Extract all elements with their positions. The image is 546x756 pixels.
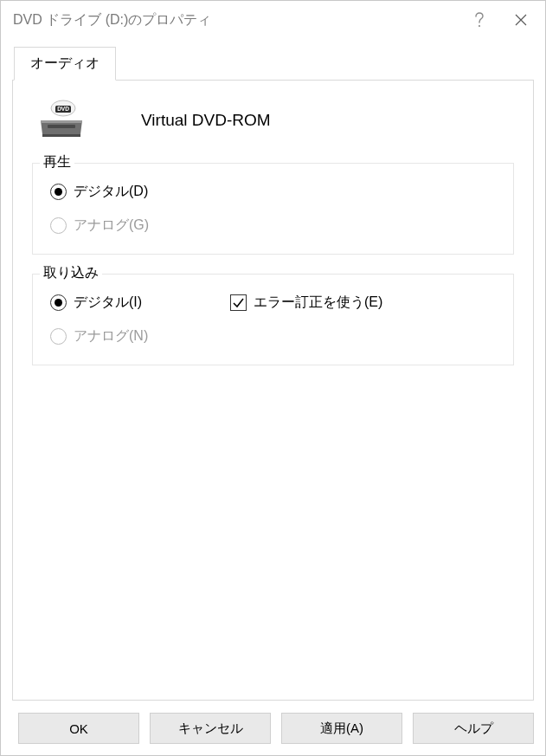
radio-capture-analog-label: アナログ(N): [74, 327, 148, 346]
device-row: DVD Virtual DVD-ROM: [32, 100, 514, 144]
radio-playback-analog-label: アナログ(G): [74, 216, 149, 235]
svg-point-0: [479, 25, 480, 27]
window-title: DVD ドライブ (D:)のプロパティ: [13, 11, 459, 29]
cancel-button[interactable]: キャンセル: [150, 713, 271, 744]
radio-playback-digital[interactable]: デジタル(D): [50, 183, 148, 201]
tab-audio[interactable]: オーディオ: [14, 47, 116, 81]
spacer: [32, 384, 514, 688]
tab-panel: DVD Virtual DVD-ROM 再生 デジタル(D): [12, 80, 534, 701]
client-area: オーディオ DVD Virtual DVD-ROM 再生: [0, 38, 546, 756]
ok-button[interactable]: OK: [18, 713, 139, 744]
radio-icon: [50, 328, 67, 345]
svg-rect-5: [48, 125, 75, 128]
checkbox-error-correction[interactable]: エラー訂正を使う(E): [230, 294, 382, 312]
close-titlebar-button[interactable]: [500, 1, 542, 39]
svg-text:DVD: DVD: [57, 106, 69, 112]
titlebar: DVD ドライブ (D:)のプロパティ: [1, 1, 545, 39]
group-capture: 取り込み デジタル(I) エラー訂正を使う(E): [32, 274, 514, 365]
question-icon: [474, 12, 485, 28]
radio-capture-digital[interactable]: デジタル(I): [50, 294, 230, 312]
close-icon: [515, 14, 527, 26]
radio-icon: [50, 294, 67, 311]
checkbox-error-correction-label: エラー訂正を使う(E): [254, 294, 382, 312]
radio-playback-digital-label: デジタル(D): [74, 183, 148, 201]
checkbox-icon: [230, 294, 247, 311]
device-name: Virtual DVD-ROM: [141, 111, 271, 130]
radio-capture-digital-label: デジタル(I): [74, 294, 142, 312]
group-playback: 再生 デジタル(D) アナログ(G): [32, 163, 514, 255]
help-titlebar-button[interactable]: [459, 1, 500, 39]
radio-icon: [50, 217, 67, 234]
button-bar: OK キャンセル 適用(A) ヘルプ: [12, 701, 534, 744]
radio-playback-analog: アナログ(G): [50, 216, 149, 235]
group-capture-legend: 取り込み: [40, 264, 102, 282]
radio-icon: [50, 184, 67, 200]
help-button[interactable]: ヘルプ: [413, 713, 534, 744]
group-playback-legend: 再生: [40, 153, 74, 171]
dvd-drive-icon: DVD: [37, 100, 86, 140]
apply-button[interactable]: 適用(A): [281, 713, 402, 744]
tab-audio-label: オーディオ: [30, 55, 100, 70]
radio-capture-analog: アナログ(N): [50, 327, 148, 346]
tabstrip: オーディオ: [12, 47, 534, 80]
